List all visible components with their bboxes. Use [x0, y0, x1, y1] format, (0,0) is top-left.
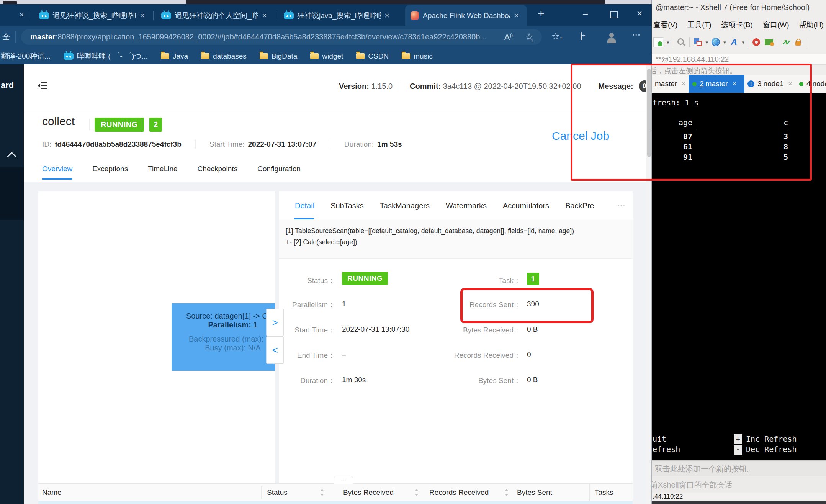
menu-fold-icon[interactable]: [38, 81, 48, 90]
end-time-field-value: –: [342, 350, 346, 359]
column-status[interactable]: Status: [267, 488, 288, 497]
encoding-globe-icon[interactable]: [712, 38, 720, 46]
menu-tools[interactable]: 工具(T): [687, 20, 711, 30]
collections-icon[interactable]: [581, 32, 582, 40]
favorites-hub-icon[interactable]: ☆≡: [551, 31, 562, 42]
bookmark-folder-bigdata[interactable]: BigData: [260, 52, 298, 61]
stray-tab-close-icon[interactable]: ×: [15, 10, 24, 20]
duration-field-label: Duration：: [268, 376, 335, 386]
session-properties-icon[interactable]: [653, 37, 663, 47]
read-aloud-icon[interactable]: A)): [504, 33, 513, 42]
browser-tab-bilibili-java[interactable]: 狂神说java_搜索_哔哩哔哩-bi ×: [279, 5, 396, 26]
terminal-inc-label: Inc Refresh: [746, 434, 797, 443]
column-name[interactable]: Name: [42, 488, 62, 497]
bookmarks-bar: 翻译-200种语... 哔哩哔哩 ( ゜- ゜)つ... Java databa…: [0, 48, 652, 64]
dropdown-caret-icon[interactable]: ▾: [742, 39, 745, 45]
browser-menu-icon[interactable]: ⋯: [632, 30, 641, 40]
xshell-quick-connect-bar[interactable]: **@192.168.44.110:22: [652, 54, 826, 65]
bookmark-bilibili[interactable]: 哔哩哔哩 ( ゜- ゜)つ...: [64, 51, 148, 61]
sort-icon[interactable]: [505, 489, 509, 496]
tab-close-icon[interactable]: ×: [514, 11, 519, 21]
toolbar-separator: [15, 31, 16, 43]
layout-icon[interactable]: [693, 38, 702, 47]
lock-icon[interactable]: [795, 41, 801, 46]
xshell-send-text-bar[interactable]: 前Xshell窗口的全部会话: [652, 476, 826, 493]
add-favorite-icon[interactable]: ☆+: [525, 31, 533, 43]
find-icon[interactable]: [677, 38, 686, 47]
tab-subtasks[interactable]: SubTasks: [330, 201, 364, 210]
flink-sidebar-section: [0, 167, 24, 220]
window-maximize-button[interactable]: [610, 11, 618, 18]
records-received-label: Records Received：: [425, 350, 521, 360]
tab-checkpoints[interactable]: Checkpoints: [198, 165, 238, 180]
tab-watermarks[interactable]: Watermarks: [446, 201, 487, 210]
tab-overview[interactable]: Overview: [42, 165, 72, 180]
bookmark-folder-java[interactable]: Java: [161, 52, 188, 61]
tab-backpressure[interactable]: BackPre: [565, 201, 594, 210]
flink-sidebar[interactable]: ard: [0, 64, 24, 504]
compose-icon[interactable]: [752, 38, 760, 46]
expand-panel-right-button[interactable]: >: [266, 309, 284, 336]
send-text-hint: 前Xshell窗口的全部会话: [652, 480, 732, 490]
xshell-quick-command-bar[interactable]: 双击此处添加一个新的按钮。: [652, 460, 826, 476]
status-field-badge: RUNNING: [342, 272, 388, 285]
tab-taskmanagers[interactable]: TaskManagers: [380, 201, 430, 210]
menu-window[interactable]: 窗口(W): [763, 20, 789, 30]
browser-tab-bilibili-space[interactable]: 遇见狂神说的个人空间_哔哩 ×: [157, 5, 274, 26]
site-security-label[interactable]: 全: [2, 32, 10, 42]
tab-close-icon[interactable]: ×: [262, 11, 267, 21]
column-tasks[interactable]: Tasks: [595, 488, 613, 497]
address-bar[interactable]: master:8088/proxy/application_1659099426…: [21, 29, 542, 45]
tab-separator: [29, 11, 29, 20]
toolbar-separator: [806, 37, 806, 47]
bookmark-folder-widget[interactable]: widget: [310, 52, 343, 61]
table-row[interactable]: [38, 501, 633, 504]
tab-title: Apache Flink Web Dashboard: [423, 11, 510, 20]
tab-close-icon[interactable]: ×: [384, 11, 389, 21]
tab-timeline[interactable]: TimeLine: [148, 165, 177, 180]
menu-tabs[interactable]: 选项卡(B): [721, 20, 753, 30]
dropdown-caret-icon[interactable]: ▾: [723, 39, 726, 45]
sort-icon[interactable]: [320, 489, 324, 496]
browser-tab-bilibili-search[interactable]: 遇见狂神说_搜索_哔哩哔哩-b ×: [34, 5, 152, 26]
bookmark-translate[interactable]: 翻译-200种语...: [1, 51, 51, 61]
collapse-panel-left-button[interactable]: <: [266, 336, 284, 364]
tab-configuration[interactable]: Configuration: [257, 165, 301, 180]
bilibili-icon: [39, 12, 49, 19]
commit-label: Commit:: [410, 82, 441, 91]
sort-icon[interactable]: [415, 489, 419, 496]
job-id-label: ID:: [42, 140, 51, 149]
column-bytes-sent[interactable]: Bytes Sent: [517, 488, 552, 497]
fullscreen-icon[interactable]: ↗↙: [781, 38, 790, 47]
new-tab-button[interactable]: +: [538, 7, 545, 20]
dropdown-caret-icon[interactable]: ▾: [706, 39, 708, 45]
menu-view[interactable]: 查看(V): [653, 20, 677, 30]
xshell-menubar: 查看(V) 工具(T) 选项卡(B) 窗口(W) 帮助(H): [653, 20, 824, 30]
tab-close-icon[interactable]: ×: [140, 11, 145, 21]
bookmark-folder-databases[interactable]: databases: [201, 52, 247, 61]
description-line: +- [2]:Calc(select=[age]): [286, 237, 633, 248]
bookmark-folder-music[interactable]: music: [402, 52, 433, 61]
panel-resize-handle[interactable]: ···: [334, 476, 353, 484]
bilibili-icon: [161, 12, 171, 19]
bytes-sent-value: 0 B: [527, 376, 538, 384]
bytes-received-value: 0 B: [527, 325, 538, 334]
menu-help[interactable]: 帮助(H): [799, 20, 824, 30]
detail-tabs-overflow-icon[interactable]: ···: [610, 191, 633, 220]
font-icon[interactable]: A: [729, 38, 739, 47]
task-field-label: Task：: [425, 276, 521, 286]
window-close-button[interactable]: ×: [637, 8, 642, 19]
commit-value: 3a4c113 @ 2022-04-20T19:50:32+02:00: [443, 82, 581, 91]
tab-exceptions[interactable]: Exceptions: [92, 165, 128, 180]
column-bytes-received[interactable]: Bytes Received: [343, 488, 394, 497]
window-minimize-button[interactable]: –: [583, 8, 588, 19]
browser-tab-flink-dashboard[interactable]: Apache Flink Web Dashboard ×: [405, 5, 527, 26]
transfer-folder-icon[interactable]: [765, 39, 773, 45]
tab-detail[interactable]: Detail: [295, 201, 314, 210]
column-records-received[interactable]: Records Received: [429, 488, 489, 497]
tab-accumulators[interactable]: Accumulators: [503, 201, 549, 210]
bookmark-folder-csdn[interactable]: CSDN: [356, 52, 389, 61]
job-meta-row: ID: fd4644470d8a5b5a8d2338875e4fcf3b Sta…: [42, 139, 402, 150]
graph-node-source[interactable]: Source: datagen[1] -> Calc[ Parallelism:…: [172, 303, 275, 371]
dropdown-caret-icon[interactable]: ▾: [667, 39, 669, 45]
